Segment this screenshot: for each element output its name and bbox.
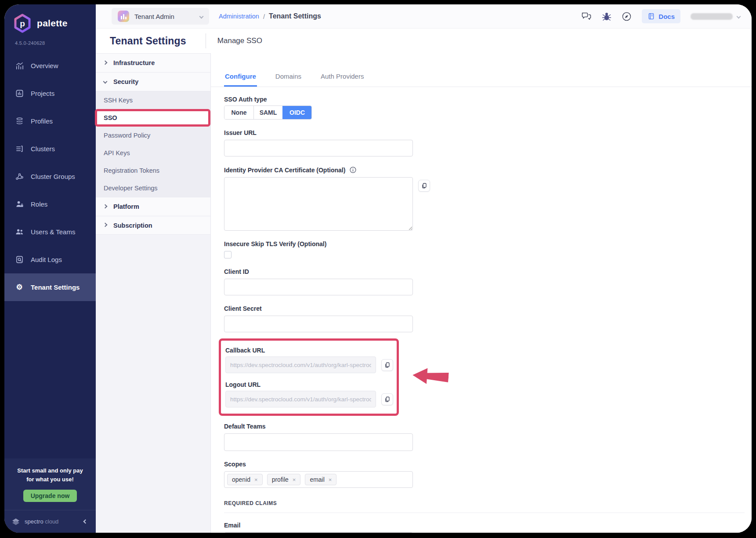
remove-chip-icon[interactable]: × [293,477,296,483]
tab-auth-providers[interactable]: Auth Providers [320,69,365,87]
collapse-sidebar-icon[interactable] [83,520,88,524]
overview-icon [15,62,24,70]
callback-url-input[interactable] [225,356,376,373]
section-infrastructure[interactable]: Infrastructure [96,53,210,72]
promo-text: Start small and only pay for what you us… [8,466,92,484]
palette-hexagon-logo-icon: p [12,13,33,33]
section-platform[interactable]: Platform [96,197,210,216]
scopes-input[interactable]: openid × profile × email × [224,471,413,488]
section-security[interactable]: Security [96,72,210,91]
page-subtitle: Manage SSO [217,36,262,45]
ca-certificate-textarea[interactable] [224,177,413,231]
sidebar-item-profiles[interactable]: Profiles [4,107,96,135]
sso-form-area: Configure Domains Auth Providers SSO Aut… [211,53,752,533]
auth-type-none-button[interactable]: None [224,106,253,119]
copy-ca-certificate-button[interactable] [418,180,430,192]
annotation-arrow [412,367,449,388]
main-column: Tenant Admin Administration / Tenant Set… [96,4,752,533]
compass-icon[interactable] [622,11,632,22]
nav-item-api-keys[interactable]: API Keys [96,144,210,162]
breadcrumb-current: Tenant Settings [269,12,321,20]
spectro-cloud-wordmark: spectro cloud [25,518,58,525]
scope-chip: email × [305,474,336,485]
email-claim-input[interactable] [224,532,413,533]
copy-logout-url-button[interactable] [381,393,393,405]
default-teams-input[interactable] [224,433,413,451]
sidebar-item-roles[interactable]: Roles [4,190,96,218]
tenant-selector-label: Tenant Admin [134,13,174,20]
users-teams-icon [15,228,24,236]
sidebar-footer: spectro cloud [4,510,96,533]
remove-chip-icon[interactable]: × [329,477,332,483]
page-header: Tenant Settings Manage SSO [96,29,752,53]
sidebar-item-tenant-settings[interactable]: ⚙ Tenant Settings [4,273,96,301]
upgrade-promo-panel: Start small and only pay for what you us… [4,458,96,510]
logout-url-row [225,391,393,407]
tenant-selector[interactable]: Tenant Admin [112,8,209,25]
sidebar: p palette 4.5.0-240628 Overview Projects [4,4,96,533]
tab-configure[interactable]: Configure [224,69,257,87]
sidebar-item-label: Cluster Groups [31,173,75,180]
skip-tls-label: Insecure Skip TLS Verify (Optional) [224,240,745,247]
sidebar-item-overview[interactable]: Overview [4,52,96,80]
nav-item-sso[interactable]: SSO [95,109,210,127]
gear-icon: ⚙ [15,283,24,292]
chevron-right-icon [103,60,108,65]
configure-form: SSO Auth type None SAML OIDC Issuer URL … [211,96,752,533]
breadcrumb-separator: / [263,13,265,20]
breadcrumb-administration-link[interactable]: Administration [219,13,259,20]
copy-callback-url-button[interactable] [381,359,393,371]
book-icon [647,12,655,20]
logout-url-input[interactable] [225,391,376,407]
feedback-chat-icon[interactable] [581,11,592,21]
chevron-down-icon [737,14,741,18]
copy-icon [421,182,427,189]
skip-tls-checkbox[interactable] [224,251,232,258]
sso-auth-type-segmented-control: None SAML OIDC [224,105,312,120]
info-icon[interactable] [349,166,357,174]
topbar: Tenant Admin Administration / Tenant Set… [96,4,752,29]
logout-url-label: Logout URL [225,381,393,388]
sidebar-item-label: Users & Teams [31,228,75,236]
sidebar-item-audit-logs[interactable]: Audit Logs [4,246,96,273]
sidebar-item-label: Projects [31,90,54,97]
section-subscription[interactable]: Subscription [96,216,210,235]
bug-report-icon[interactable] [602,11,611,22]
sidebar-item-label: Clusters [31,145,55,153]
nav-item-registration-tokens[interactable]: Registration Tokens [96,162,210,179]
client-id-input[interactable] [224,279,413,295]
profiles-icon [15,117,24,125]
docs-button-label: Docs [658,13,675,20]
chevron-right-icon [103,204,108,208]
sidebar-item-users-teams[interactable]: Users & Teams [4,218,96,246]
nav-item-ssh-keys[interactable]: SSH Keys [96,91,210,109]
upgrade-now-button[interactable]: Upgrade now [23,490,77,502]
client-id-label: Client ID [224,268,745,275]
sidebar-item-label: Roles [31,200,47,208]
sidebar-item-label: Audit Logs [31,256,62,263]
svg-text:p: p [20,19,25,28]
sidebar-item-label: Tenant Settings [31,284,80,291]
nav-item-developer-settings[interactable]: Developer Settings [96,179,210,197]
ca-certificate-label: Identity Provider CA Certificate (Option… [224,166,745,174]
breadcrumb: Administration / Tenant Settings [219,12,321,20]
sidebar-item-cluster-groups[interactable]: Cluster Groups [4,163,96,190]
callback-url-label: Callback URL [225,347,393,354]
sidebar-item-projects[interactable]: Projects [4,80,96,107]
tab-domains[interactable]: Domains [275,69,302,87]
scopes-label: Scopes [224,461,745,468]
remove-chip-icon[interactable]: × [254,477,258,483]
user-menu[interactable] [691,13,740,20]
client-secret-input[interactable] [224,316,413,332]
nav-item-password-policy[interactable]: Password Policy [96,127,210,144]
chevron-down-icon [199,14,204,18]
sidebar-item-clusters[interactable]: Clusters [4,135,96,163]
auth-type-saml-button[interactable]: SAML [253,106,282,119]
issuer-url-input[interactable] [224,140,413,156]
sidebar-spacer [4,301,96,458]
docs-button[interactable]: Docs [642,9,680,23]
chevron-down-icon [103,79,108,84]
issuer-url-label: Issuer URL [224,129,745,136]
auth-type-oidc-button[interactable]: OIDC [282,106,311,119]
tabs: Configure Domains Auth Providers [211,69,752,87]
